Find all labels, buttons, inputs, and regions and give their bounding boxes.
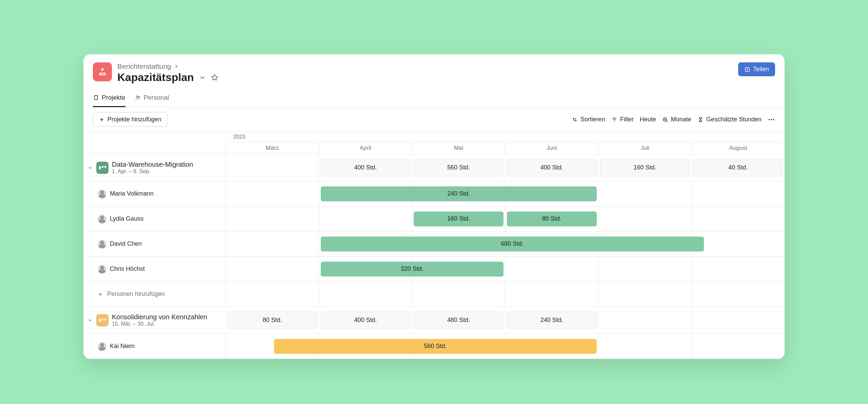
more-icon (768, 116, 775, 123)
tab-personnel-label: Personal (144, 94, 169, 101)
avatar (98, 265, 106, 274)
person-timeline-row: 160 Std.80 Std. (226, 206, 785, 231)
project-title: Konsolidierung von Kennzahlen (112, 313, 207, 321)
breadcrumb-text: Berichterstattung (117, 62, 171, 70)
svg-point-7 (773, 119, 774, 120)
summary-cell[interactable]: 480 Std. (414, 311, 504, 329)
month-cell: Mai (412, 142, 506, 154)
avatar (98, 342, 106, 351)
share-label: Teilen (753, 66, 769, 73)
project-title: Data-Warehouse-Migration (112, 161, 193, 168)
summary-cell[interactable]: 160 Std. (600, 159, 690, 177)
person-row[interactable]: Chris Höchst (83, 257, 225, 282)
chevron-down-icon[interactable] (199, 74, 206, 81)
workspace-icon (93, 62, 112, 81)
clipboard-icon (93, 95, 99, 101)
person-name: David Chen (110, 240, 142, 247)
timeline: 2023 MärzAprilMaiJuniJuliAugust 400 Std.… (226, 132, 785, 359)
allocation-bar[interactable]: 680 Std. (321, 237, 704, 251)
month-cell: Juli (598, 142, 692, 154)
month-cell: April (319, 142, 412, 154)
avatar (98, 215, 106, 223)
project-dates: 1. Apr. – 8. Sep. (112, 168, 193, 175)
person-name: Lydia Gauss (110, 215, 143, 222)
person-row[interactable]: Lydia Gauss (83, 206, 225, 231)
share-button[interactable]: Teilen (738, 62, 775, 76)
allocation-bar[interactable]: 80 Std. (507, 211, 597, 226)
allocation-bar[interactable]: 240 Std. (321, 186, 597, 201)
allocation-bar[interactable]: 560 Std. (274, 339, 596, 354)
month-cell: März (226, 142, 319, 154)
svg-point-5 (769, 119, 770, 120)
svg-rect-1 (95, 96, 98, 100)
summary-cell[interactable]: 560 Std. (414, 159, 504, 177)
summary-cell[interactable]: 80 Std. (228, 311, 317, 329)
sort-button[interactable]: Sortieren (572, 116, 605, 123)
month-header: MärzAprilMaiJuniJuliAugust (226, 142, 785, 154)
empty-timeline-row (226, 282, 785, 307)
today-button[interactable]: Heute (640, 116, 656, 123)
project-row[interactable]: Data-Warehouse-Migration 1. Apr. – 8. Se… (83, 154, 225, 181)
left-column: Data-Warehouse-Migration 1. Apr. – 8. Se… (83, 132, 226, 359)
project-dates: 15. Mär. – 30. Jul. (112, 321, 207, 327)
chevron-down-icon[interactable] (87, 165, 93, 170)
year-row: 2023 (226, 132, 785, 142)
plus-icon (99, 117, 105, 123)
chevron-right-icon (173, 63, 179, 69)
months-button[interactable]: Monate (662, 116, 691, 123)
people-icon (135, 95, 141, 101)
person-row[interactable]: David Chen (83, 231, 225, 257)
project-summary-row: 80 Std.400 Std.480 Std.240 Std. (226, 307, 785, 334)
project-icon (96, 314, 108, 326)
svg-point-3 (138, 97, 140, 98)
person-row[interactable]: Kai Niem (83, 334, 225, 359)
person-timeline-row: 240 Std. (226, 181, 785, 206)
allocation-bar[interactable]: 320 Std. (321, 262, 504, 277)
page-title: Kapazitätsplan (117, 71, 194, 84)
toolbar: Projekte hinzufügen Sortieren Filter Heu… (83, 107, 785, 132)
svg-point-6 (771, 119, 772, 120)
sort-icon (572, 117, 578, 123)
share-icon (744, 66, 750, 73)
breadcrumb[interactable]: Berichterstattung (117, 62, 218, 70)
svg-point-2 (136, 96, 138, 98)
avatar (98, 189, 106, 198)
add-projects-label: Projekte hinzufügen (107, 116, 161, 123)
person-timeline-row: 560 Std. (226, 334, 785, 359)
person-name: Chris Höchst (110, 265, 145, 272)
month-cell: August (692, 142, 785, 154)
plus-icon (98, 291, 103, 297)
capacity-grid: Data-Warehouse-Migration 1. Apr. – 8. Se… (83, 132, 785, 359)
app-window: Berichterstattung Kapazitätsplan Teilen … (83, 54, 785, 359)
tab-projects[interactable]: Projekte (93, 90, 125, 107)
add-people-button[interactable]: Personen hinzufügen (83, 282, 225, 307)
project-icon (96, 162, 108, 174)
filter-icon (611, 117, 617, 123)
project-row[interactable]: Konsolidierung von Kennzahlen 15. Mär. –… (83, 307, 225, 334)
estimated-hours-button[interactable]: Geschätzte Stunden (697, 116, 762, 123)
tab-personnel[interactable]: Personal (135, 90, 169, 107)
summary-cell[interactable]: 400 Std. (321, 159, 411, 177)
avatar (98, 240, 106, 248)
tab-projects-label: Projekte (102, 94, 125, 101)
person-timeline-row: 320 Std. (226, 257, 785, 282)
month-cell: Juni (505, 142, 598, 154)
header: Berichterstattung Kapazitätsplan Teilen (83, 54, 785, 84)
person-name: Maria Volkmann (110, 190, 154, 197)
add-projects-button[interactable]: Projekte hinzufügen (93, 112, 167, 127)
tabs: Projekte Personal (83, 90, 785, 107)
summary-cell[interactable]: 40 Std. (693, 159, 783, 177)
person-timeline-row: 680 Std. (226, 231, 785, 257)
summary-cell[interactable]: 240 Std. (507, 311, 597, 329)
person-row[interactable]: Maria Volkmann (83, 181, 225, 206)
hourglass-icon (697, 117, 704, 123)
allocation-bar[interactable]: 160 Std. (414, 211, 504, 226)
project-summary-row: 400 Std.560 Std.400 Std.160 Std.40 Std. (226, 154, 785, 181)
chevron-down-icon[interactable] (87, 318, 93, 323)
person-name: Kai Niem (110, 343, 135, 350)
summary-cell[interactable]: 400 Std. (321, 311, 411, 329)
more-button[interactable] (768, 116, 775, 123)
summary-cell[interactable]: 400 Std. (507, 159, 597, 177)
star-icon[interactable] (211, 74, 218, 81)
filter-button[interactable]: Filter (611, 116, 634, 123)
